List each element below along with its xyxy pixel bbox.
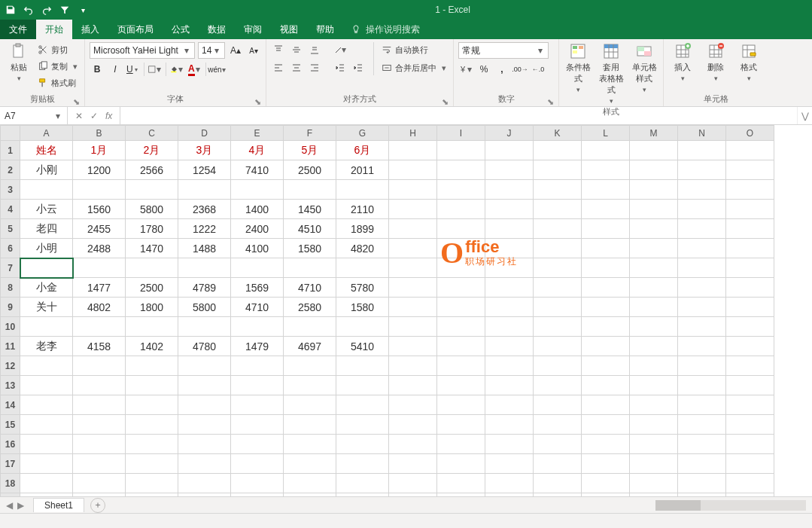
cell[interactable] (437, 258, 485, 278)
cell[interactable] (336, 395, 389, 415)
cell[interactable] (582, 200, 630, 219)
horizontal-scrollbar[interactable] (111, 500, 806, 511)
cell[interactable] (630, 200, 678, 219)
cell[interactable] (534, 454, 582, 474)
cell[interactable] (582, 141, 630, 160)
cell[interactable] (126, 395, 178, 415)
cell[interactable] (389, 435, 437, 454)
enter-icon[interactable]: ✓ (90, 111, 98, 121)
cell[interactable] (534, 395, 582, 415)
cell[interactable] (437, 376, 485, 395)
cell[interactable] (389, 278, 437, 298)
cell[interactable] (485, 415, 534, 435)
format-table-button[interactable]: 套用 表格格式▾ (597, 42, 625, 105)
cell[interactable] (726, 415, 774, 435)
accounting-format-button[interactable]: ¥▾ (458, 62, 473, 77)
cell[interactable] (582, 317, 630, 337)
format-cells-button[interactable]: 格式▾ (734, 42, 763, 82)
cell[interactable] (389, 356, 437, 376)
cell[interactable] (284, 435, 336, 454)
cell[interactable] (630, 376, 678, 395)
cell[interactable]: 2月 (126, 141, 178, 160)
align-top-button[interactable] (271, 42, 286, 57)
cell[interactable] (726, 219, 774, 239)
cell[interactable] (389, 317, 437, 337)
decrease-decimal-button[interactable]: ←.0 (531, 62, 546, 77)
row-header-16[interactable]: 16 (1, 435, 20, 454)
cell[interactable]: 4158 (73, 337, 126, 356)
cell[interactable] (20, 415, 73, 435)
row-header-13[interactable]: 13 (1, 376, 20, 395)
cell[interactable] (73, 454, 126, 474)
cell[interactable] (678, 160, 726, 180)
cell[interactable] (534, 356, 582, 376)
cell[interactable] (437, 298, 485, 317)
cell[interactable] (178, 493, 231, 497)
cell[interactable] (178, 356, 231, 376)
cell[interactable] (178, 395, 231, 415)
name-box[interactable]: A7▾ (0, 107, 68, 124)
cell[interactable] (678, 180, 726, 200)
cell[interactable] (389, 415, 437, 435)
cell[interactable] (630, 356, 678, 376)
cell[interactable] (678, 376, 726, 395)
comma-button[interactable]: , (494, 62, 509, 77)
percent-button[interactable]: % (476, 62, 491, 77)
cell[interactable] (126, 493, 178, 497)
cell[interactable] (231, 474, 284, 493)
cell[interactable] (582, 337, 630, 356)
cell[interactable]: 1477 (73, 278, 126, 298)
increase-font-button[interactable]: A▴ (228, 43, 243, 58)
cell[interactable] (630, 278, 678, 298)
cell[interactable] (726, 317, 774, 337)
cell[interactable] (20, 435, 73, 454)
cell[interactable] (178, 415, 231, 435)
col-header-E[interactable]: E (231, 126, 284, 141)
cell[interactable] (678, 356, 726, 376)
cell[interactable] (437, 493, 485, 497)
cell[interactable]: 姓名 (20, 141, 73, 160)
cell[interactable] (582, 278, 630, 298)
cell[interactable] (73, 376, 126, 395)
tab-help[interactable]: 帮助 (307, 20, 343, 39)
tab-formulas[interactable]: 公式 (163, 20, 199, 39)
cell[interactable]: 1569 (231, 278, 284, 298)
qat-customize-icon[interactable]: ▾ (77, 4, 89, 16)
cell[interactable] (126, 474, 178, 493)
cell[interactable] (336, 356, 389, 376)
cell[interactable] (726, 435, 774, 454)
row-header-5[interactable]: 5 (1, 219, 20, 239)
font-color-button[interactable]: A▾ (187, 62, 202, 77)
cell[interactable] (678, 454, 726, 474)
cell[interactable] (485, 180, 534, 200)
cell[interactable] (678, 239, 726, 258)
cell[interactable] (726, 356, 774, 376)
expand-formula-bar-icon[interactable]: ⋁ (797, 107, 812, 124)
cell[interactable]: 2566 (126, 160, 178, 180)
new-sheet-button[interactable]: ＋ (90, 498, 105, 513)
cell[interactable] (485, 278, 534, 298)
cell[interactable] (231, 356, 284, 376)
cell[interactable] (284, 395, 336, 415)
tab-review[interactable]: 审阅 (235, 20, 271, 39)
cell[interactable] (389, 376, 437, 395)
cell[interactable] (437, 474, 485, 493)
cell[interactable]: 小明 (20, 239, 73, 258)
cell[interactable] (534, 200, 582, 219)
font-size-combo[interactable]: 14▾ (198, 42, 225, 59)
cell[interactable]: 4802 (73, 298, 126, 317)
cell[interactable] (20, 493, 73, 497)
cell[interactable] (726, 493, 774, 497)
cell[interactable]: 小云 (20, 200, 73, 219)
cell[interactable] (389, 239, 437, 258)
col-header-F[interactable]: F (284, 126, 336, 141)
cell[interactable] (534, 376, 582, 395)
cell[interactable] (582, 415, 630, 435)
cell[interactable] (73, 180, 126, 200)
col-header-J[interactable]: J (485, 126, 534, 141)
cell[interactable] (726, 239, 774, 258)
cell[interactable] (178, 317, 231, 337)
cell[interactable] (534, 493, 582, 497)
cell[interactable]: 1899 (336, 219, 389, 239)
delete-cells-button[interactable]: 删除▾ (701, 42, 730, 82)
